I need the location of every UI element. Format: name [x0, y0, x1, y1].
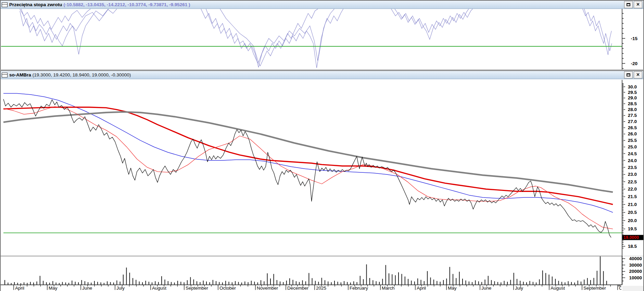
- svg-text:-15: -15: [631, 36, 637, 41]
- maximize-icon: [627, 73, 630, 76]
- svg-text:22.5: 22.5: [628, 179, 637, 184]
- svg-text:26.5: 26.5: [628, 125, 637, 130]
- svg-text:28.5: 28.5: [628, 101, 637, 106]
- close-button[interactable]: ×: [634, 1, 642, 8]
- close-icon: ×: [636, 72, 640, 77]
- svg-text:December: December: [287, 286, 309, 291]
- svg-text:June: June: [481, 286, 491, 291]
- svg-text:18.5: 18.5: [628, 244, 637, 249]
- svg-text:July: July: [515, 286, 523, 291]
- indicator-window-titlebar[interactable]: Przeciętna stopa zwrotu (-10.5882, -13.0…: [1, 1, 643, 9]
- svg-text:September: September: [583, 286, 606, 291]
- svg-text:30000: 30000: [629, 263, 642, 268]
- window-system-icon[interactable]: [2, 73, 8, 77]
- svg-text:October: October: [219, 286, 236, 291]
- svg-text:29.0: 29.0: [628, 95, 637, 100]
- svg-text:November: November: [257, 286, 278, 291]
- svg-text:23.0: 23.0: [628, 172, 637, 177]
- svg-text:10000: 10000: [629, 275, 642, 280]
- svg-text:27.5: 27.5: [628, 113, 637, 118]
- indicator-chart[interactable]: -15-20: [1, 9, 643, 70]
- svg-text:April: April: [417, 286, 426, 291]
- axis-corner-filler: [622, 286, 643, 291]
- maximize-button[interactable]: [624, 1, 633, 8]
- price-chart-window: so-AMBra (19.3000, 19.4200, 18.9400, 19.…: [0, 70, 644, 291]
- svg-text:2025: 2025: [316, 286, 326, 291]
- svg-text:25.0: 25.0: [628, 144, 637, 149]
- price-window-titlebar[interactable]: so-AMBra (19.3000, 19.4200, 18.9400, 19.…: [1, 71, 643, 79]
- svg-text:25.5: 25.5: [628, 138, 637, 143]
- svg-text:21.0: 21.0: [628, 202, 637, 207]
- close-icon: ×: [636, 2, 640, 7]
- svg-text:26.0: 26.0: [628, 131, 637, 136]
- maximize-icon: [627, 3, 630, 6]
- svg-text:July: July: [116, 286, 125, 291]
- svg-text:20.5: 20.5: [628, 210, 637, 215]
- svg-text:19.5: 19.5: [628, 226, 637, 231]
- svg-text:20.0: 20.0: [628, 218, 637, 223]
- svg-text:May: May: [448, 286, 457, 291]
- svg-text:27.0: 27.0: [628, 119, 637, 124]
- svg-text:February: February: [350, 286, 368, 291]
- last-price-badge: 19.0000: [622, 235, 643, 240]
- svg-text:19.0000: 19.0000: [623, 235, 639, 240]
- svg-text:May: May: [49, 286, 58, 291]
- svg-text:September: September: [186, 286, 209, 291]
- metastock-workspace: { "window1": { "title": "Przeciętna stop…: [0, 0, 644, 291]
- svg-text:-20: -20: [631, 61, 637, 66]
- indicator-window-values: (-10.5882, -13.0435, -14.2212, -10.3774,…: [64, 2, 190, 7]
- svg-text:30.0: 30.0: [628, 84, 637, 89]
- svg-text:24.0: 24.0: [628, 158, 637, 163]
- svg-text:20000: 20000: [629, 269, 642, 274]
- close-button[interactable]: ×: [634, 71, 642, 78]
- svg-text:24.5: 24.5: [628, 151, 637, 156]
- svg-text:June: June: [82, 286, 92, 291]
- price-window-values: (19.3000, 19.4200, 18.9400, 19.0000, -0.…: [33, 72, 131, 77]
- svg-text:23.5: 23.5: [628, 165, 637, 170]
- svg-text:March: March: [382, 286, 395, 291]
- svg-text:August: August: [152, 286, 166, 291]
- svg-text:40000: 40000: [629, 256, 642, 261]
- indicator-window: Przeciętna stopa zwrotu (-10.5882, -13.0…: [0, 0, 644, 70]
- svg-text:29.5: 29.5: [628, 90, 637, 95]
- svg-text:August: August: [551, 286, 565, 291]
- svg-text:28.0: 28.0: [628, 107, 637, 112]
- price-window-title: so-AMBra: [9, 72, 31, 77]
- price-chart[interactable]: 30.029.529.028.528.027.527.026.526.025.5…: [1, 79, 643, 291]
- price-plot-area[interactable]: [1, 79, 643, 291]
- svg-text:22.0: 22.0: [628, 186, 637, 192]
- svg-text:21.5: 21.5: [628, 194, 637, 199]
- indicator-window-title: Przeciętna stopa zwrotu: [9, 2, 62, 7]
- window-system-icon[interactable]: [2, 2, 8, 7]
- maximize-button[interactable]: [624, 71, 633, 78]
- svg-text:April: April: [15, 286, 24, 291]
